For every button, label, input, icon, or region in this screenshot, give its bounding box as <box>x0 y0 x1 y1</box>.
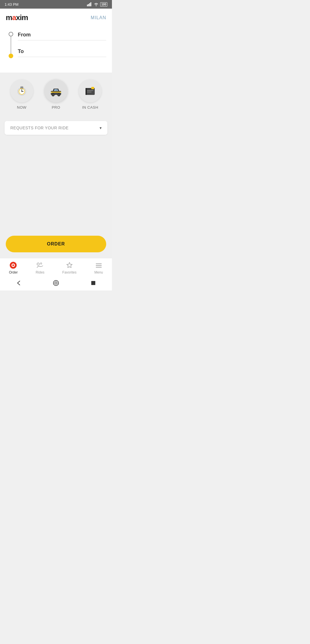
svg-point-4 <box>96 5 97 6</box>
svg-rect-15 <box>51 92 61 93</box>
now-icon-circle <box>10 79 33 102</box>
route-line <box>9 31 13 58</box>
order-nav-icon <box>9 261 17 269</box>
service-now[interactable]: NOW <box>10 79 33 110</box>
svg-rect-38 <box>91 281 95 285</box>
to-label[interactable]: To <box>18 47 106 57</box>
requests-section: REQUESTS FOR YOUR RIDE ▾ <box>0 116 112 139</box>
svg-point-37 <box>55 282 57 284</box>
battery-icon: 100 <box>100 2 107 7</box>
svg-rect-1 <box>88 4 89 6</box>
requests-label: REQUESTS FOR YOUR RIDE <box>10 126 69 130</box>
nav-favorites-label: Favorites <box>62 270 76 274</box>
incash-label: IN CASH <box>82 105 98 110</box>
nav-menu-label: Menu <box>94 270 103 274</box>
svg-point-31 <box>37 263 39 265</box>
nav-rides[interactable]: Rides <box>36 261 44 274</box>
svg-rect-0 <box>87 5 88 6</box>
status-icons: 100 <box>87 2 107 7</box>
rides-nav-icon <box>36 261 44 269</box>
home-button[interactable] <box>53 280 59 286</box>
main-content-area <box>0 139 112 231</box>
to-dot <box>9 54 13 58</box>
star-icon <box>65 261 73 269</box>
pro-label: PRO <box>52 105 60 110</box>
wallet-icon <box>83 84 97 98</box>
city-name: MILAN <box>91 15 106 20</box>
order-button[interactable]: ORDER <box>6 236 106 252</box>
rides-icon <box>36 261 44 269</box>
service-pro[interactable]: PRO <box>44 79 67 110</box>
svg-point-12 <box>21 91 22 92</box>
route-connector <box>11 36 11 54</box>
service-section: NOW <box>0 73 112 116</box>
pro-icon-circle <box>44 79 67 102</box>
from-label[interactable]: From <box>18 31 106 40</box>
svg-rect-21 <box>60 92 61 93</box>
svg-rect-24 <box>91 87 94 89</box>
order-icon <box>9 261 17 269</box>
from-dot <box>9 32 13 36</box>
bottom-nav: Order Rides Favorites Menu <box>0 258 112 277</box>
svg-rect-3 <box>90 2 91 6</box>
svg-rect-26 <box>87 92 92 92</box>
back-button[interactable] <box>15 280 22 286</box>
logo: maxim <box>6 13 28 22</box>
nav-order-label: Order <box>9 270 18 274</box>
svg-point-32 <box>40 263 42 264</box>
signal-icon <box>87 2 92 6</box>
service-incash[interactable]: IN CASH <box>79 79 102 110</box>
wifi-icon <box>94 2 99 6</box>
chevron-down-icon: ▾ <box>100 126 102 130</box>
svg-rect-20 <box>51 92 52 93</box>
car-icon <box>49 84 63 98</box>
from-group: From <box>18 31 106 47</box>
status-time: 1:43 PM <box>5 2 18 7</box>
favorites-nav-icon <box>65 261 73 269</box>
clock-icon <box>15 84 29 98</box>
svg-point-19 <box>58 94 60 96</box>
back-icon <box>16 280 22 286</box>
recent-icon <box>90 280 96 286</box>
svg-point-36 <box>53 280 59 286</box>
incash-icon-circle <box>79 79 102 102</box>
order-section: ORDER <box>0 231 112 258</box>
requests-dropdown[interactable]: REQUESTS FOR YOUR RIDE ▾ <box>5 121 107 135</box>
to-divider <box>18 57 106 57</box>
nav-order[interactable]: Order <box>9 261 18 274</box>
system-nav <box>0 277 112 290</box>
route-inputs: From To <box>18 31 106 64</box>
now-label: NOW <box>17 105 26 110</box>
home-circle-icon <box>53 280 59 286</box>
menu-icon <box>95 261 103 269</box>
menu-nav-icon <box>95 261 103 269</box>
svg-point-30 <box>12 264 14 266</box>
nav-rides-label: Rides <box>36 270 44 274</box>
from-divider <box>18 40 106 40</box>
svg-rect-27 <box>86 88 87 95</box>
nav-favorites[interactable]: Favorites <box>62 261 76 274</box>
to-group: To <box>18 47 106 64</box>
svg-rect-2 <box>89 3 90 6</box>
status-bar: 1:43 PM 100 <box>0 0 112 9</box>
route-section: From To <box>0 25 112 73</box>
svg-point-17 <box>52 94 54 96</box>
header: maxim MILAN <box>0 9 112 25</box>
nav-menu[interactable]: Menu <box>94 261 103 274</box>
recent-button[interactable] <box>90 280 97 286</box>
svg-rect-25 <box>87 90 93 91</box>
